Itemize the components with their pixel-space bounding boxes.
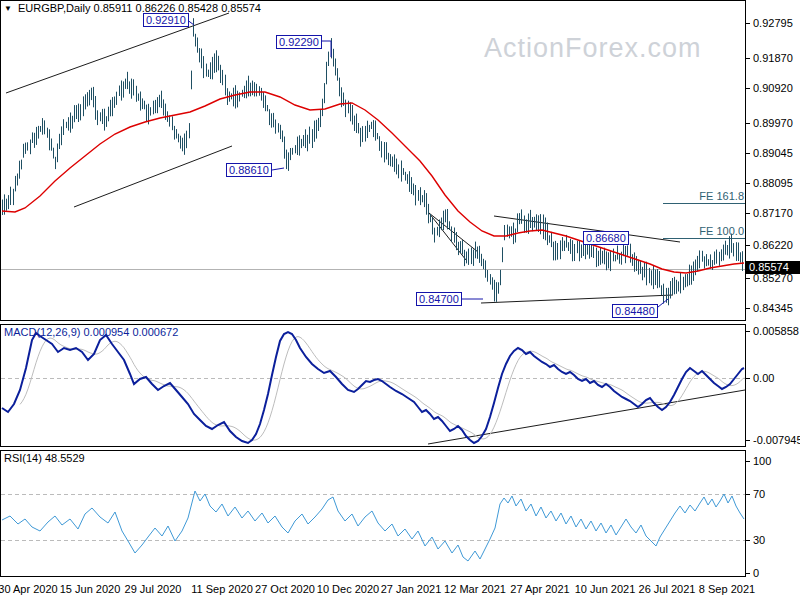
symbol-ohlc-text: EURGBP,Daily 0.85911 0.86226 0.85428 0.8… <box>18 2 261 14</box>
price-annotation-box: 0.84480 <box>612 304 658 318</box>
current-price-badge: 0.85574 <box>746 261 800 274</box>
price-annotation-box: 0.86680 <box>583 231 629 245</box>
date-axis-label: 27 Oct 2020 <box>255 583 315 595</box>
forex-chart: ActionForex.com ▼EURGBP,Daily 0.85911 0.… <box>0 0 800 600</box>
date-axis-label: 27 Jan 2021 <box>381 583 442 595</box>
price-axis-label: 0.91870 <box>753 52 793 64</box>
date-axis-label: 10 Dec 2020 <box>317 583 379 595</box>
rsi-axis-label: 0 <box>753 567 759 579</box>
date-axis-label: 29 Jul 2020 <box>125 583 182 595</box>
price-axis-label: 0.90920 <box>753 82 793 94</box>
symbol-legend: ▼EURGBP,Daily 0.85911 0.86226 0.85428 0.… <box>4 2 261 15</box>
macd-axis-label: 0.005858 <box>753 325 799 337</box>
price-axis-label: 0.88095 <box>753 177 793 189</box>
fib-extension-label: FE 100.0 <box>699 225 744 237</box>
price-annotation-box: 0.92290 <box>276 35 322 49</box>
macd-indicator-label: MACD(12,26,9) 0.000954 0.000672 <box>4 326 178 338</box>
symbol-dropdown-icon[interactable]: ▼ <box>4 3 12 15</box>
price-annotation-box: 0.92910 <box>143 13 189 27</box>
fib-extension-label: FE 161.8 <box>699 190 744 202</box>
price-annotation-box: 0.88610 <box>226 163 272 177</box>
date-axis-label: 26 Jul 2021 <box>639 583 696 595</box>
price-axis-label: 0.89970 <box>753 117 793 129</box>
date-axis-label: 10 Jun 2021 <box>575 583 636 595</box>
rsi-axis-label: 30 <box>753 534 765 546</box>
date-axis-label: 30 Apr 2020 <box>0 583 58 595</box>
price-axis-label: 0.86220 <box>753 239 793 251</box>
price-axis-label: 0.89045 <box>753 147 793 159</box>
rsi-axis-label: 70 <box>753 488 765 500</box>
rsi-axis-label: 100 <box>753 455 771 467</box>
date-axis-label: 12 Mar 2021 <box>444 583 506 595</box>
date-axis-label: 27 Apr 2021 <box>510 583 569 595</box>
price-annotation-box: 0.84700 <box>416 292 462 306</box>
price-axis-label: 0.92795 <box>753 17 793 29</box>
chart-canvas[interactable] <box>0 0 800 600</box>
rsi-indicator-label: RSI(14) 48.5529 <box>4 452 85 464</box>
macd-axis-label: 0.00 <box>753 372 774 384</box>
price-axis-label: 0.87170 <box>753 207 793 219</box>
macd-axis-label: -0.007945 <box>753 434 800 446</box>
date-axis-label: 11 Sep 2020 <box>191 583 253 595</box>
price-axis-label: 0.84345 <box>753 302 793 314</box>
date-axis-label: 15 Jun 2020 <box>60 583 121 595</box>
date-axis-label: 8 Sep 2021 <box>699 583 755 595</box>
